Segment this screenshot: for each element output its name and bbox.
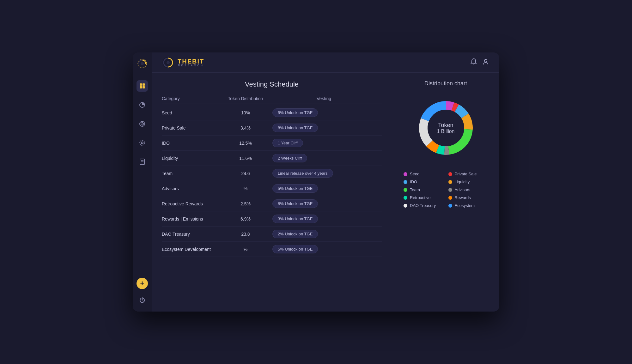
row-vesting: 2 Weeks Cliff	[266, 154, 382, 162]
table-row: Retroactive Rewards 2.5% 8% Unlock on TG…	[162, 196, 382, 211]
legend-dot	[448, 188, 452, 192]
row-category: Rewards | Emissions	[162, 216, 225, 221]
legend-label: Team	[410, 187, 420, 192]
row-category: DAO Treasury	[162, 232, 225, 237]
table-header: Category Token Distribution Vesting	[162, 96, 382, 104]
row-category: IDO	[162, 141, 225, 146]
power-icon[interactable]	[139, 297, 146, 305]
row-category: Liquidity	[162, 156, 225, 161]
row-vesting: 2% Unlock on TGE	[266, 230, 382, 238]
add-button[interactable]: +	[137, 278, 148, 289]
legend-dot	[404, 180, 407, 184]
donut-chart-container: Token 1 Billion	[401, 93, 490, 163]
row-vesting: 1 Year Cliff	[266, 139, 382, 147]
legend-dot	[404, 188, 407, 192]
notification-icon[interactable]	[470, 58, 477, 67]
legend-dot	[448, 196, 452, 200]
header-logo: THEBIT RESEARCH	[162, 56, 204, 69]
table-row: Ecosystem Development % 5% Unlock on TGE	[162, 242, 382, 257]
svg-point-18	[484, 59, 487, 62]
legend-item: Team	[404, 187, 443, 192]
sidebar-logo	[137, 59, 147, 70]
legend-item: Advisors	[448, 187, 488, 192]
table-row: Seed 10% 5% Unlock on TGE	[162, 105, 382, 120]
legend-dot	[448, 204, 452, 208]
panel-title: Vesting Schedule	[162, 80, 382, 88]
row-category: Team	[162, 171, 225, 176]
row-percent: 23.8	[225, 232, 266, 237]
donut-chart: Token 1 Billion	[411, 93, 481, 163]
legend-item: Rewards	[448, 195, 488, 200]
row-percent: 2.5%	[225, 201, 266, 206]
row-category: Retroactive Rewards	[162, 201, 225, 206]
row-category: Ecosystem Development	[162, 247, 225, 252]
row-vesting: 8% Unlock on TGE	[266, 124, 382, 132]
legend-item: Ecosystem	[448, 203, 488, 208]
table-body: Seed 10% 5% Unlock on TGE Private Sale 3…	[162, 105, 382, 257]
sidebar-item-dashboard[interactable]	[137, 80, 148, 92]
svg-point-11	[140, 140, 145, 145]
legend-label: Advisors	[455, 187, 471, 192]
sidebar-item-settings[interactable]	[137, 137, 148, 149]
legend-item: Private Sale	[448, 172, 488, 176]
table-row: Advisors % 5% Unlock on TGE	[162, 181, 382, 196]
vesting-badge: 3% Unlock on TGE	[272, 215, 318, 223]
donut-segment	[421, 101, 446, 121]
row-category: Private Sale	[162, 125, 225, 130]
legend-item: Seed	[404, 172, 443, 176]
row-percent: 6.9%	[225, 216, 266, 221]
legend-item: Liquidity	[448, 179, 488, 184]
donut-center: Token 1 Billion	[437, 122, 454, 134]
legend-label: Seed	[410, 172, 419, 176]
vesting-badge: 5% Unlock on TGE	[272, 108, 318, 117]
row-vesting: 5% Unlock on TGE	[266, 184, 382, 193]
row-percent: 24.6	[225, 171, 266, 176]
vesting-badge: 8% Unlock on TGE	[272, 124, 318, 132]
vesting-badge: 2 Weeks Cliff	[272, 154, 307, 162]
legend-item: IDO	[404, 179, 443, 184]
table-row: DAO Treasury 23.8 2% Unlock on TGE	[162, 227, 382, 242]
row-vesting: 8% Unlock on TGE	[266, 199, 382, 208]
main-area: THEBIT RESEARCH	[152, 52, 499, 312]
legend-label: Private Sale	[455, 172, 477, 176]
legend-item: DAO Treasury	[404, 203, 443, 208]
table-row: IDO 12.5% 1 Year Cliff	[162, 136, 382, 151]
row-vesting: 3% Unlock on TGE	[266, 215, 382, 223]
sidebar-item-token[interactable]	[137, 118, 148, 130]
sidebar: +	[133, 52, 152, 312]
legend-label: Rewards	[455, 195, 471, 200]
row-percent: 11.6%	[225, 156, 266, 161]
chart-title: Distribution chart	[401, 80, 490, 87]
vesting-badge: 1 Year Cliff	[272, 139, 303, 147]
vesting-badge: 5% Unlock on TGE	[272, 245, 318, 253]
vesting-panel: Vesting Schedule Category Token Distribu…	[152, 73, 392, 312]
row-vesting: Linear release over 4 years	[266, 169, 382, 178]
table-row: Rewards | Emissions 6.9% 3% Unlock on TG…	[162, 211, 382, 227]
table-row: Team 24.6 Linear release over 4 years	[162, 166, 382, 181]
legend-label: Ecosystem	[455, 203, 475, 208]
row-percent: 10%	[225, 110, 266, 115]
legend-dot	[448, 180, 452, 184]
logo-sub: RESEARCH	[178, 64, 204, 67]
header-distribution: Token Distribution	[225, 96, 266, 101]
svg-point-1	[141, 62, 144, 65]
header: THEBIT RESEARCH	[152, 52, 499, 73]
table-row: Liquidity 11.6% 2 Weeks Cliff	[162, 151, 382, 166]
content: Vesting Schedule Category Token Distribu…	[152, 73, 499, 312]
svg-rect-3	[143, 83, 145, 86]
sidebar-item-chart[interactable]	[137, 99, 148, 111]
legend-label: Retroactive	[410, 195, 431, 200]
svg-point-10	[141, 142, 143, 144]
chart-panel: Distribution chart Token 1 Billion Seed …	[392, 73, 499, 312]
row-percent: 12.5%	[225, 141, 266, 146]
user-icon[interactable]	[482, 58, 489, 67]
vesting-badge: 5% Unlock on TGE	[272, 184, 318, 193]
header-category: Category	[162, 96, 225, 101]
row-category: Seed	[162, 110, 225, 115]
legend-label: DAO Treasury	[410, 203, 436, 208]
sidebar-item-docs[interactable]	[137, 156, 148, 167]
header-icons	[470, 58, 489, 67]
row-category: Advisors	[162, 186, 225, 191]
token-value: 1 Billion	[437, 129, 454, 134]
vesting-badge: 2% Unlock on TGE	[272, 230, 318, 238]
